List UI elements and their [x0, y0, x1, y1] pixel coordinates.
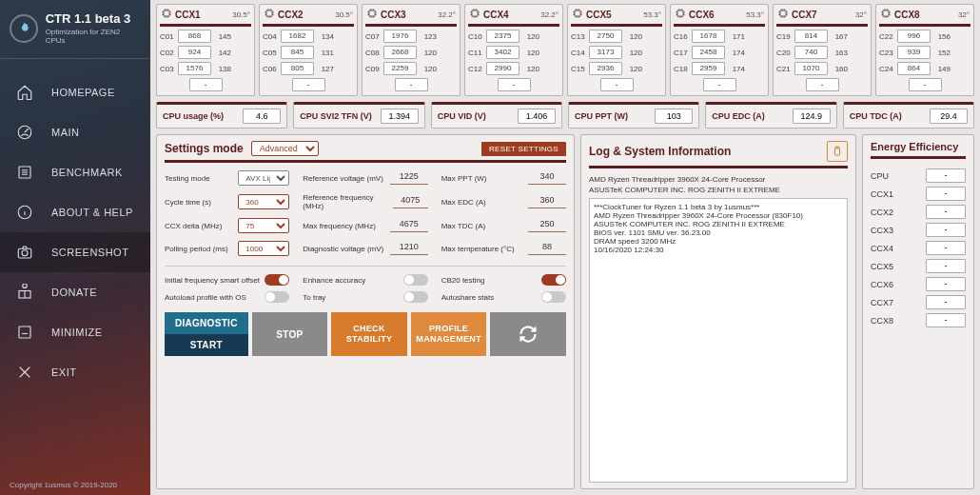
core-score: 120 — [625, 32, 642, 41]
switch-to_tray[interactable] — [403, 291, 428, 303]
switch-enhance[interactable] — [403, 274, 428, 286]
chip-icon — [264, 8, 275, 21]
value-max_edc[interactable]: 360 — [528, 195, 566, 208]
core-score: 120 — [420, 65, 437, 73]
start-button[interactable]: START — [165, 334, 248, 356]
switch-autoload[interactable] — [265, 291, 289, 303]
chip-icon — [572, 8, 583, 21]
reset-settings-button[interactable]: RESET SETTINGS — [481, 142, 566, 156]
energy-panel: Energy Efficiency CPU-CCX1-CCX2-CCX3-CCX… — [862, 134, 974, 489]
ccx-temp: 32.2° — [540, 10, 559, 19]
stop-button[interactable]: STOP — [252, 312, 328, 356]
core-freq[interactable]: 2458 — [692, 46, 725, 59]
refresh-button[interactable] — [490, 312, 566, 356]
core-freq[interactable]: 814 — [794, 30, 828, 43]
switch-cb20[interactable] — [541, 274, 566, 286]
ccx-extra: - — [776, 78, 868, 91]
core-score: 163 — [831, 49, 848, 57]
setting-ccx_delta: CCX delta (MHz)75 — [165, 218, 289, 233]
energy-label: CCX7 — [871, 298, 893, 307]
core-row: C06805127 — [263, 62, 354, 75]
core-score: 120 — [420, 49, 437, 57]
log-body[interactable]: ***ClockTuner for Ryzen 1.1 beta 3 by 1u… — [589, 198, 848, 483]
energy-label: CCX4 — [871, 244, 893, 253]
nav-donate[interactable]: DONATE — [0, 272, 150, 312]
core-freq[interactable]: 2375 — [486, 30, 519, 43]
select-cycle_time[interactable]: 360 — [238, 194, 289, 209]
select-ccx_delta[interactable]: 75 — [238, 218, 289, 233]
value-max_freq[interactable]: 4675 — [390, 219, 428, 232]
svg-point-4 — [22, 250, 28, 256]
core-freq[interactable]: 3402 — [486, 46, 519, 59]
nav-main[interactable]: MAIN — [0, 112, 150, 152]
core-freq[interactable]: 2668 — [383, 46, 417, 59]
nav-minimize[interactable]: MINIMIZE — [0, 312, 150, 352]
select-testing_mode[interactable]: AVX Light — [238, 170, 289, 186]
core-score: 167 — [831, 32, 848, 41]
core-score: 120 — [625, 49, 642, 57]
nav-benchmark[interactable]: BENCHMARK — [0, 152, 150, 192]
value-max_tdc[interactable]: 250 — [528, 219, 566, 232]
setting-polling_period: Polling period (ms)1000 — [165, 241, 289, 256]
nav-screenshot[interactable]: SCREENSHOT — [0, 232, 150, 272]
stats-row: CPU usage (%)4.6CPU SVI2 TFN (V)1.394CPU… — [156, 102, 974, 129]
core-freq[interactable]: 1576 — [178, 62, 211, 75]
label-diag_voltage: Diagnostic voltage (mV) — [303, 245, 383, 253]
core-freq[interactable]: 2936 — [589, 62, 622, 75]
value-ref_voltage[interactable]: 1225 — [390, 171, 428, 185]
energy-value: - — [926, 295, 966, 309]
core-score: 120 — [522, 49, 539, 57]
value-diag_voltage[interactable]: 1210 — [390, 242, 428, 255]
ccx-name: CCX2 — [278, 10, 304, 20]
nav-about[interactable]: ABOUT & HELP — [0, 192, 150, 232]
core-freq[interactable]: 939 — [897, 46, 931, 59]
core-freq[interactable]: 1682 — [281, 30, 314, 43]
check-stability-button[interactable]: CHECK STABILITY — [331, 312, 407, 356]
label-testing_mode: Testing mode — [165, 174, 210, 183]
core-freq[interactable]: 2959 — [692, 62, 725, 75]
profile-management-button[interactable]: PROFILE MANAGEMENT — [411, 312, 487, 356]
energy-value: - — [926, 241, 966, 255]
core-id: C14 — [571, 49, 586, 57]
settings-mode-select[interactable]: Advanced — [251, 141, 319, 156]
core-freq[interactable]: 1678 — [692, 30, 725, 43]
switch-smart_offset[interactable] — [265, 274, 289, 286]
core-freq[interactable]: 864 — [897, 62, 931, 75]
log-line: ***ClockTuner for Ryzen 1.1 beta 3 by 1u… — [594, 203, 843, 211]
stat-value: 4.6 — [243, 109, 281, 124]
info-icon — [15, 204, 34, 221]
nav-home[interactable]: HOMEPAGE — [0, 72, 150, 112]
switch-autoshare[interactable] — [541, 291, 566, 303]
core-freq[interactable]: 996 — [897, 30, 931, 43]
nav-exit[interactable]: EXIT — [0, 352, 150, 392]
value-max_temp[interactable]: 88 — [528, 242, 566, 255]
core-freq[interactable]: 2990 — [486, 62, 519, 75]
core-freq[interactable]: 3173 — [589, 46, 622, 59]
core-freq[interactable]: 868 — [178, 30, 211, 43]
core-freq[interactable]: 2259 — [383, 62, 417, 75]
core-freq[interactable]: 805 — [281, 62, 314, 75]
core-row: C122990120 — [468, 62, 559, 75]
clipboard-icon[interactable] — [827, 141, 848, 162]
setting-ref_voltage: Reference voltage (mV)1225 — [303, 170, 427, 186]
core-freq[interactable]: 2750 — [589, 30, 622, 43]
diag-start-button[interactable]: DIAGNOSTIC START — [165, 312, 248, 356]
energy-value: - — [926, 259, 966, 273]
core-freq[interactable]: 740 — [794, 46, 828, 59]
core-row: C05845131 — [263, 46, 354, 59]
diagnostic-button[interactable]: DIAGNOSTIC — [165, 312, 248, 334]
core-freq[interactable]: 1976 — [383, 30, 417, 43]
core-id: C13 — [571, 32, 586, 41]
value-max_ppt[interactable]: 340 — [528, 171, 566, 185]
log-line: 10/16/2020 12:24:30 — [594, 246, 843, 254]
core-freq[interactable]: 1070 — [794, 62, 828, 75]
core-freq[interactable]: 924 — [178, 46, 211, 59]
select-polling_period[interactable]: 1000 — [238, 241, 289, 256]
main: CCX130.5°C01868145C02924142C031576138-CC… — [150, 0, 980, 495]
core-freq[interactable]: 845 — [281, 46, 314, 59]
core-id: C07 — [365, 32, 381, 41]
svg-rect-12 — [677, 10, 683, 16]
energy-label: CCX8 — [871, 316, 893, 326]
nav-list: HOMEPAGEMAINBENCHMARKABOUT & HELPSCREENS… — [0, 59, 150, 475]
value-ref_freq[interactable]: 4075 — [393, 195, 428, 208]
